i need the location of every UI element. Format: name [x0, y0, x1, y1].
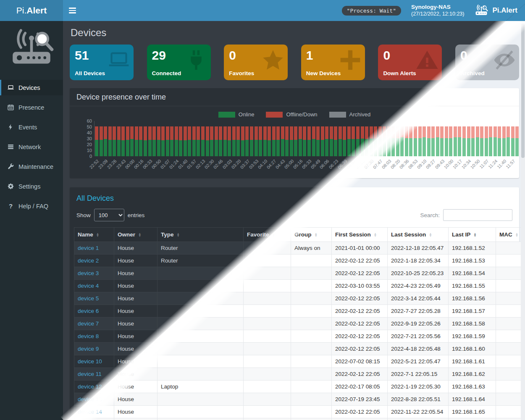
bar-offline-segment — [476, 126, 479, 138]
bar-online-segment — [374, 139, 377, 156]
presence-bar — [405, 126, 408, 156]
cell-group — [291, 355, 332, 368]
column-header-last-session[interactable]: Last Session▲▼ — [388, 228, 449, 242]
column-header-owner[interactable]: Owner▲▼ — [114, 228, 158, 242]
presence-bar — [255, 126, 258, 156]
cell-favorite — [244, 330, 291, 343]
bar-offline-segment — [126, 126, 129, 140]
device-link[interactable]: device 8 — [78, 333, 99, 339]
sidebar-item-maintenance[interactable]: Maintenance — [0, 159, 63, 174]
sort-active-icon[interactable]: ▲▼ — [473, 233, 476, 237]
device-link[interactable]: device 2 — [78, 257, 99, 264]
device-link[interactable]: device 1 — [78, 245, 99, 251]
presence-bar — [276, 126, 280, 156]
brand: Pi.Alert — [474, 5, 517, 16]
summary-card-all-devices[interactable]: 51All Devices — [70, 45, 134, 80]
summary-card-connected[interactable]: 29Connected — [147, 45, 211, 80]
cell-name: device 11 — [74, 368, 114, 381]
device-link[interactable]: device 11 — [78, 371, 102, 377]
bar-offline-segment — [299, 126, 302, 139]
bar-online-segment — [396, 138, 399, 156]
server-timestamp: (27/12/2022, 12:10:23) — [411, 11, 465, 18]
sort-icon[interactable]: ▲▼ — [515, 233, 518, 237]
sidebar-item-presence[interactable]: Presence — [0, 100, 63, 115]
bar-offline-segment — [418, 126, 422, 138]
bar-online-segment — [113, 140, 116, 156]
sidebar-item-settings[interactable]: Settings — [0, 178, 63, 194]
bar-offline-segment — [462, 126, 466, 138]
presence-bar — [219, 126, 222, 156]
search-input[interactable] — [443, 209, 512, 221]
sidebar-item-label: Events — [18, 124, 37, 131]
bar-online-segment — [263, 140, 267, 156]
bar-online-segment — [489, 137, 492, 156]
bar-offline-segment — [104, 126, 107, 139]
scrollbar-thumb[interactable] — [521, 24, 525, 158]
bar-online-segment — [108, 140, 112, 156]
sort-icon[interactable]: ▲▼ — [374, 233, 377, 237]
device-link[interactable]: device 5 — [78, 295, 99, 302]
summary-card-new-devices[interactable]: 1New Devices — [301, 45, 365, 80]
bar-online-segment — [507, 137, 510, 156]
cell-last_ip: 192.168.1.58 — [449, 318, 496, 330]
cell-last_ip: 192.168.1.54 — [449, 267, 496, 280]
cell-last_ip: 192.168.1.61 — [449, 355, 496, 368]
cell-type — [158, 393, 244, 406]
sort-icon[interactable]: ▲▼ — [96, 233, 99, 237]
cell-favorite — [244, 280, 291, 292]
sort-icon[interactable]: ▲▼ — [177, 233, 180, 237]
device-link[interactable]: device 9 — [78, 346, 99, 352]
bar-online-segment — [139, 140, 142, 156]
bar-offline-segment — [161, 126, 165, 141]
sidebar-item-help-faq[interactable]: ?Help / FAQ — [0, 198, 63, 214]
presence-bar — [511, 126, 514, 156]
cell-last_session: 2022-4-18 22:05.48 — [388, 343, 449, 355]
column-header-type[interactable]: Type▲▼ — [158, 228, 244, 242]
device-link[interactable]: device 12 — [78, 383, 102, 390]
presence-bar — [387, 126, 391, 156]
cell-last_session: 2022-4-23 22:05.49 — [388, 280, 449, 292]
bar-online-segment — [161, 140, 165, 156]
sidebar-item-label: Network — [18, 144, 41, 150]
sidebar-item-network[interactable]: Network — [0, 139, 63, 155]
page-scrollbar[interactable] — [521, 21, 525, 420]
presence-bar — [117, 126, 121, 156]
cell-group — [291, 255, 332, 267]
device-link[interactable]: device 3 — [78, 270, 99, 276]
presence-bar — [445, 126, 448, 156]
cell-last_session: 2022-7-1 22:05.15 — [388, 368, 449, 381]
cell-group — [291, 318, 332, 330]
page-size-select[interactable]: 100 — [94, 209, 124, 221]
column-header-name[interactable]: Name▲▼ — [74, 228, 114, 242]
y-axis-tick: 40 — [77, 130, 92, 135]
sidebar-toggle-button[interactable] — [63, 0, 82, 21]
sidebar-item-events[interactable]: Events — [0, 119, 63, 135]
sort-icon[interactable]: ▲▼ — [315, 233, 318, 237]
column-header-first-session[interactable]: First Session▲▼ — [332, 228, 388, 242]
sort-icon[interactable]: ▲▼ — [138, 233, 141, 237]
bar-offline-segment — [100, 126, 103, 140]
summary-card-down-alerts[interactable]: 0Down Alerts — [378, 45, 442, 80]
bar-online-segment — [175, 140, 178, 156]
device-link[interactable]: device 14 — [78, 409, 102, 415]
bar-offline-segment — [223, 126, 227, 140]
sidebar-item-devices[interactable]: Devices — [0, 80, 63, 95]
column-header-last-ip[interactable]: Last IP▲▼ — [449, 228, 496, 242]
bar-offline-segment — [370, 126, 373, 139]
cell-name: device 5 — [74, 292, 114, 305]
bar-online-segment — [325, 139, 328, 156]
device-link[interactable]: device 4 — [78, 283, 99, 289]
sort-icon[interactable]: ▲▼ — [429, 233, 432, 237]
device-link[interactable]: device 7 — [78, 320, 99, 327]
device-link[interactable]: device 6 — [78, 308, 99, 314]
column-header-group[interactable]: Group▲▼ — [291, 228, 332, 242]
show-entries-control: Show 100 entries — [76, 209, 144, 221]
bar-offline-segment — [352, 126, 355, 139]
presence-bar — [476, 126, 479, 156]
bar-offline-segment — [241, 126, 244, 141]
bar-offline-segment — [263, 126, 267, 140]
device-link[interactable]: device 10 — [78, 358, 102, 365]
wrench-icon — [7, 163, 14, 170]
summary-card-favorites[interactable]: 0Favorites — [224, 45, 288, 80]
app-logo[interactable]: Pi.Alert — [0, 0, 63, 21]
